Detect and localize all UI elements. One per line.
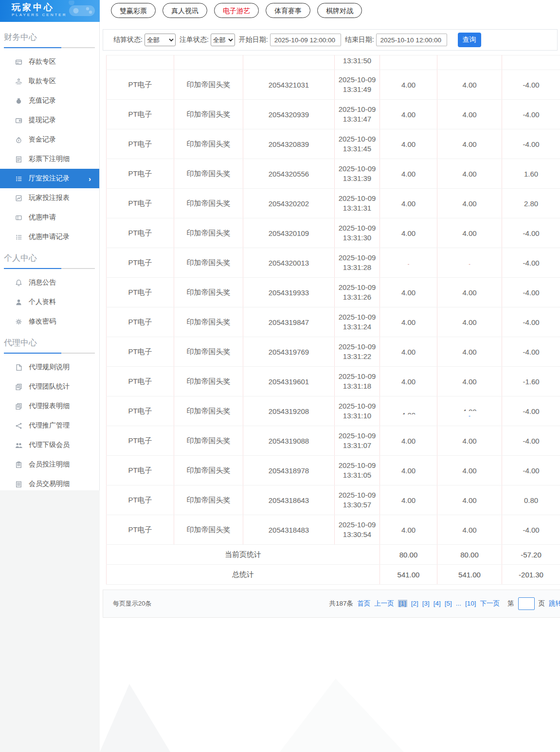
sidebar-item-lottery-bet-details[interactable]: 彩票下注明细 — [0, 149, 99, 169]
cell-time: 2025-10-0913:31:07 — [335, 426, 380, 456]
sidebar-menu: 财务中心 存款专区 取款专区 充值记录 提现记录 资金记录 彩票下注明细 — [0, 22, 100, 490]
sidebar-item-agent-report-details[interactable]: 代理报表明细 — [0, 396, 99, 416]
cell-time: 2025-10-0913:31:18 — [335, 367, 380, 396]
doc-lines-icon — [15, 155, 22, 163]
sidebar-item-withdraw-records[interactable]: 提现记录 — [0, 110, 99, 130]
page-link[interactable]: [10] — [465, 600, 476, 607]
sidebar-item-promo-apply[interactable]: 优惠申请 — [0, 208, 99, 227]
search-button[interactable]: 查询 — [458, 33, 481, 47]
sidebar-item-label: 充值记录 — [29, 96, 56, 105]
page-link[interactable]: [2] — [411, 600, 418, 607]
jump-button[interactable]: 跳转 — [549, 599, 560, 608]
sidebar-item-recharge-records[interactable]: 充值记录 — [0, 91, 99, 110]
share-icon — [15, 422, 22, 430]
cell-win-loss: -4.00 — [502, 456, 560, 485]
sidebar-item-label: 代理报表明细 — [29, 402, 70, 411]
sidebar-item-agent-sub-members[interactable]: 代理下级会员 — [0, 435, 99, 455]
cell-bet-amount: 4.00 — [380, 515, 437, 545]
cell-game: 印加帝国头奖 — [174, 70, 243, 100]
cell-order-no: 2054321031 — [243, 70, 335, 100]
cell-win-loss: -4.00 — [502, 248, 560, 278]
page-link[interactable]: [4] — [434, 600, 441, 607]
summary-label: 当前页统计 — [107, 545, 380, 565]
sidebar-item-label: 代理下级会员 — [29, 441, 70, 449]
settle-status-select[interactable]: 全部 — [145, 34, 176, 46]
page-jump-input[interactable] — [518, 597, 535, 610]
filter-panel: 结算状态: 全部 注单状态: 全部 开始日期: 结束日期: 查询 — [103, 29, 558, 51]
cell-game: 印加帝国头奖 — [174, 515, 243, 545]
page-link[interactable]: ... — [456, 600, 461, 607]
sidebar-item-label: 优惠申请 — [29, 213, 56, 222]
sidebar-item-messages[interactable]: 消息公告 — [0, 273, 99, 292]
cell-hall: PT电子 — [107, 337, 174, 367]
sidebar-item-label: 修改密码 — [29, 317, 56, 326]
report-icon — [15, 402, 22, 410]
page-link[interactable]: 上一页 — [374, 600, 394, 607]
end-date-input[interactable] — [376, 34, 447, 46]
settle-status-group: 结算状态: 全部 — [113, 34, 176, 46]
cell-time: 2025-10-0913:31:26 — [335, 278, 380, 307]
cell-valid-bet: 4.00 — [437, 426, 502, 456]
sidebar-item-member-transaction-details[interactable]: 会员交易明细 — [0, 474, 99, 494]
sidebar-item-deposit-zone[interactable]: 存款专区 — [0, 52, 99, 72]
page-link[interactable]: 首页 — [357, 600, 370, 607]
cell — [437, 55, 502, 70]
order-status-select[interactable]: 全部 — [211, 34, 235, 46]
tab-e-games[interactable]: 电子游艺 — [214, 3, 259, 18]
tab-board-games[interactable]: 棋牌对战 — [317, 3, 362, 18]
cell-bet-amount: 4.00 — [380, 100, 437, 129]
cell-hall: PT电子 — [107, 367, 174, 396]
sidebar-item-promo-apply-records[interactable]: 优惠申请记录 — [0, 227, 99, 247]
cell-order-no: 2054318643 — [243, 485, 335, 515]
cell-valid-bet: 4.00 — [437, 189, 502, 218]
cell-time: 2025-10-0913:30:57 — [335, 485, 380, 515]
table-row: PT电子 印加帝国头奖 2054318483 2025-10-0913:30:5… — [107, 515, 560, 545]
tab-lottery[interactable]: 雙赢彩票 — [111, 3, 156, 18]
game-controller-icon — [67, 0, 97, 20]
table-row: PT电子 印加帝国头奖 2054320109 2025-10-0913:31:3… — [107, 218, 560, 248]
sidebar-item-member-bet-details[interactable]: 会员投注明细 — [0, 455, 99, 474]
table-row: PT电子 印加帝国头奖 2054318643 2025-10-0913:30:5… — [107, 485, 560, 515]
cell: 13:31:50 — [335, 55, 380, 70]
sidebar-item-withdraw-zone[interactable]: 取款专区 — [0, 72, 99, 91]
sidebar-item-agent-promotion[interactable]: 代理推广管理 — [0, 416, 99, 435]
start-date-input[interactable] — [270, 34, 341, 46]
sidebar-item-agent-team-stats[interactable]: 代理团队统计 — [0, 377, 99, 396]
section-underline — [4, 47, 95, 48]
tab-sports[interactable]: 体育赛事 — [266, 3, 310, 18]
cell-time: 2025-10-0913:31:31 — [335, 189, 380, 218]
pager: 共187条 首页上一页[1][2][3][4][5]...[10]下一页 第 页… — [329, 597, 560, 610]
page-link[interactable]: [5] — [445, 600, 452, 607]
cell-hall: PT电子 — [107, 248, 174, 278]
section-underline — [4, 353, 95, 354]
bet-records-table: 13:31:50 PT电子 印加帝国头奖 2054321031 2025-10-… — [106, 55, 560, 585]
cell-game: 印加帝国头奖 — [174, 218, 243, 248]
cell-time: 2025-10-0913:31:24 — [335, 307, 380, 337]
cell-valid-bet: - — [437, 248, 502, 278]
cell-hall: PT电子 — [107, 218, 174, 248]
sidebar-item-agent-rules[interactable]: 代理规则说明 — [0, 358, 99, 377]
cell-game: 印加帝国头奖 — [174, 396, 243, 426]
page-link[interactable]: [3] — [422, 600, 430, 607]
sidebar-item-player-bet-report[interactable]: 玩家投注报表 — [0, 188, 99, 208]
summary-valid-bet: 541.00 — [437, 565, 502, 585]
cell-win-loss: 1.60 — [502, 159, 560, 189]
sidebar-item-funds-records[interactable]: 资金记录 — [0, 130, 99, 149]
cell-order-no: 2054319088 — [243, 426, 335, 456]
sidebar-item-hall-bet-records[interactable]: 厅室投注记录 › — [0, 169, 99, 188]
tab-live-video[interactable]: 真人视讯 — [163, 3, 207, 18]
sidebar-item-profile[interactable]: 个人资料 — [0, 292, 99, 312]
category-tabbar: 雙赢彩票真人视讯电子游艺体育赛事棋牌对战 — [100, 0, 560, 18]
sidebar-item-change-password[interactable]: 修改密码 — [0, 312, 99, 331]
sidebar-item-label: 个人资料 — [29, 298, 56, 306]
sidebar: 玩家中心 PLAYERS CENTER 财务中心 存款专区 取款专区 充值记录 — [0, 0, 100, 752]
cell-game: 印加帝国头奖 — [174, 485, 243, 515]
cell-valid-bet: 4.00 — [437, 485, 502, 515]
page-link[interactable]: 下一页 — [480, 600, 500, 607]
cell-win-loss: -4.00 — [502, 218, 560, 248]
list-icon — [15, 175, 22, 182]
bell-icon — [15, 279, 22, 286]
end-date-group: 结束日期: — [345, 34, 447, 46]
page-link[interactable]: [1] — [398, 600, 407, 607]
cell-time: 2025-10-0913:31:28 — [335, 248, 380, 278]
